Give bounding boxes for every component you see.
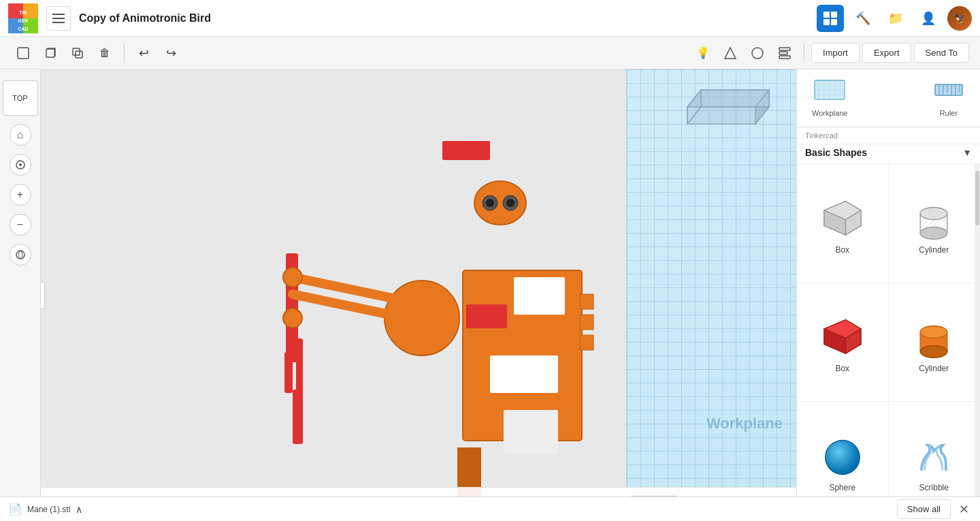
group-button[interactable] (745, 41, 770, 65)
svg-rect-52 (580, 335, 593, 350)
svg-rect-51 (580, 315, 593, 330)
svg-point-89 (920, 346, 947, 358)
svg-point-32 (486, 199, 494, 207)
svg-rect-29 (442, 141, 490, 160)
scrollbar-track[interactable] (975, 164, 980, 521)
tools-button[interactable]: 🔨 (849, 5, 877, 32)
tinkercad-logo[interactable]: TIN KER CAD (8, 3, 38, 33)
svg-rect-38 (293, 390, 303, 444)
copy-to-clipboard-button[interactable] (38, 41, 63, 65)
svg-text:CAD: CAD (18, 27, 28, 31)
canvas[interactable]: Workplane (41, 69, 796, 521)
right-panel: Workplane Ruler Tinkercad Basic Shapes (796, 69, 980, 521)
shape-cylinder-orange[interactable]: Cylinder (889, 283, 981, 402)
category-row: Tinkercad (797, 127, 980, 144)
zoom-out-button[interactable]: − (10, 214, 31, 236)
nav-menu-button[interactable] (46, 6, 71, 31)
navbar: TIN KER CAD Copy of Animotronic Bird 🔨 📁… (0, 0, 980, 37)
add-user-button[interactable]: 👤 (915, 5, 942, 32)
svg-rect-49 (466, 304, 507, 328)
svg-point-21 (19, 163, 22, 166)
align-button[interactable] (772, 41, 797, 65)
toolbar-separator (124, 44, 125, 63)
svg-rect-48 (504, 410, 558, 454)
view-cube[interactable]: TOP (3, 80, 38, 116)
duplicate-button[interactable] (65, 41, 90, 65)
sphere-blue-icon (818, 430, 867, 479)
shape-box-gray[interactable]: Box (797, 164, 889, 283)
svg-rect-13 (73, 48, 80, 55)
svg-text:TIN: TIN (19, 10, 27, 15)
svg-marker-15 (725, 48, 736, 59)
svg-point-82 (920, 227, 947, 239)
home-view-button[interactable]: ⌂ (10, 124, 31, 146)
export-button[interactable]: Export (862, 43, 911, 63)
fit-view-button[interactable] (10, 154, 31, 176)
svg-rect-11 (18, 48, 29, 59)
svg-text:KER: KER (18, 18, 29, 23)
left-panel: TOP ⌂ + − (0, 69, 41, 521)
svg-rect-19 (779, 56, 790, 59)
new-button[interactable] (11, 41, 35, 65)
svg-point-34 (506, 199, 514, 207)
right-panel-top: Workplane Ruler (797, 69, 980, 127)
svg-rect-12 (46, 49, 54, 57)
svg-point-42 (283, 268, 302, 287)
light-button[interactable]: 💡 (691, 41, 715, 65)
panel-toggle-button[interactable]: › (41, 282, 45, 309)
svg-point-30 (474, 181, 526, 225)
workplane-icon (813, 79, 846, 106)
svg-point-22 (16, 251, 24, 259)
scribble-icon (909, 430, 958, 479)
file-name: Mane (1).stl (27, 505, 70, 514)
zoom-in-button[interactable]: + (10, 184, 31, 206)
svg-rect-9 (823, 19, 830, 25)
shapes-grid: Box Cylinder (797, 164, 980, 521)
cylinder-gray-icon (909, 192, 958, 241)
shape-button[interactable] (718, 41, 742, 65)
main-area: TOP ⌂ + − Workplane (0, 69, 980, 521)
ruler-icon (932, 79, 965, 106)
undo-button[interactable]: ↩ (131, 41, 156, 65)
svg-point-43 (283, 309, 302, 328)
svg-rect-46 (514, 277, 565, 315)
project-title: Copy of Animotronic Bird (79, 12, 808, 25)
grid-view-button[interactable] (817, 5, 844, 32)
shape-box-red[interactable]: Box (797, 283, 889, 402)
redo-button[interactable]: ↪ (159, 41, 183, 65)
svg-rect-18 (779, 52, 787, 54)
delete-button[interactable]: 🗑 (93, 41, 117, 65)
close-status-button[interactable]: ✕ (956, 502, 972, 517)
box-red-icon (818, 311, 867, 360)
ruler-button[interactable]: Ruler (926, 75, 972, 121)
svg-point-16 (752, 48, 763, 59)
svg-point-88 (920, 326, 947, 338)
svg-rect-39 (284, 352, 293, 393)
category-name: Basic Shapes (805, 147, 867, 158)
expand-icon[interactable]: ∧ (76, 504, 82, 515)
category-provider: Tinkercad (805, 131, 838, 140)
toolbar-separator-2 (804, 44, 804, 63)
category-dropdown-icon[interactable]: ▼ (962, 147, 972, 158)
svg-rect-14 (76, 51, 82, 58)
svg-rect-17 (779, 48, 790, 50)
status-bar-left: 📄 Mane (1).stl ∧ (8, 503, 892, 516)
user-avatar[interactable]: 🦅 (947, 6, 972, 31)
import-button[interactable]: Import (811, 43, 860, 63)
workplane-button[interactable]: Workplane (805, 75, 854, 121)
shape-cylinder-gray[interactable]: Cylinder (889, 164, 981, 283)
projects-button[interactable]: 📁 (882, 5, 909, 32)
send-to-button[interactable]: Send To (914, 43, 969, 63)
svg-rect-47 (490, 356, 558, 393)
show-all-button[interactable]: Show all (897, 499, 951, 519)
svg-rect-8 (831, 12, 837, 18)
scrollbar-thumb[interactable] (975, 171, 979, 225)
file-status-icon: 📄 (8, 503, 22, 516)
toolbar: 🗑 ↩ ↪ 💡 Import Export Send To (0, 37, 980, 69)
svg-rect-10 (831, 19, 837, 25)
svg-rect-50 (580, 294, 593, 309)
svg-rect-7 (823, 12, 830, 18)
status-bar: 📄 Mane (1).stl ∧ Show all ✕ (0, 496, 980, 521)
svg-point-90 (826, 440, 860, 474)
orientation-button[interactable] (10, 244, 31, 266)
